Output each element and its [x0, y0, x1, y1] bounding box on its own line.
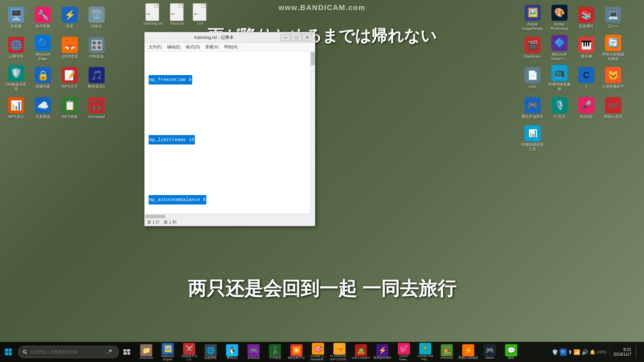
- menu-file[interactable]: 文件(F): [146, 44, 164, 51]
- desktop-icon-soft-manager[interactable]: 🔧 软件管家: [30, 3, 56, 33]
- line-1: mp_freezetime 0: [149, 75, 306, 84]
- desktop-icon-aiyue[interactable]: 🎹 爱乐钢: [573, 33, 600, 63]
- scrollbar-thumb[interactable]: [311, 52, 315, 65]
- mic-icon: 🎤: [106, 349, 112, 355]
- tray-dots[interactable]: ⬆: [568, 349, 572, 355]
- desktop-icon-thunder[interactable]: ⚡ 迅雷: [56, 3, 83, 33]
- h-scrollbar-thumb[interactable]: [145, 215, 165, 218]
- taskbar-app-pubg[interactable]: 🔫 PLAYERUN... BATTLEGR...: [329, 343, 350, 361]
- desktop-icon-bili-vote[interactable]: 📊 哔哩哔哩投票工具: [519, 123, 546, 154]
- desktop-icon-360[interactable]: 🛡️ 360极速浏览器: [3, 63, 30, 93]
- taskbar-app-game-talk[interactable]: 🎮 游戏说游: [244, 343, 264, 361]
- desktop-icon-tencent-game[interactable]: 🎮 腾讯手游助手: [519, 93, 546, 123]
- taskbar-apps: 📁 smoe plot 🖼️ Wallpaper Engine ⚔️ SB战场平…: [133, 343, 548, 361]
- taskbar-app-yuxue[interactable]: ♟️ 宇学棋游: [265, 343, 285, 361]
- desktop-icon-quan-min-k-label: 全民K歌: [580, 115, 593, 119]
- taskbar-app-loves-sweep[interactable]: 💕 Love's Swee...: [394, 343, 414, 361]
- desktop-icon-wps-writer-label: WPS文字: [62, 84, 77, 89]
- text-area[interactable]: mp_freezetime 0 mp_limitteams 10 mp_auto…: [145, 52, 310, 214]
- taskbar-app-wechat[interactable]: 💬 微信: [501, 343, 521, 361]
- taskbar-app-cs-go-label: Counter S... GlobalOff...: [308, 355, 328, 361]
- horizontal-scrollbar[interactable]: [145, 214, 315, 219]
- desktop-icon-ms-vc[interactable]: 🔷 Microsoft Visual C...: [546, 33, 573, 63]
- desktop-icon-bili-live[interactable]: 📺 哔哩哔哩直播姬: [546, 63, 573, 93]
- desktop-icon-adobe-ps[interactable]: 🎨 Adobe Photoshop: [546, 3, 573, 33]
- desktop-icon-kugou[interactable]: 🎵 酷狗音乐5: [83, 63, 110, 93]
- desktop-icon-ie[interactable]: 🌐 上网冲浪: [3, 33, 30, 63]
- taskbar-app-bdqp[interactable]: ▶️ B站起跑平台: [286, 343, 307, 361]
- taskbar-app-anmo[interactable]: ⚡ 暗黑破坏神III: [372, 343, 392, 361]
- notepad-content: mp_freezetime 0 mp_limitteams 10 mp_auto…: [145, 52, 315, 214]
- file-trainning[interactable]: txt trainning.txt: [144, 3, 163, 26]
- taskbar-app-steam[interactable]: 🎮 Steam: [480, 343, 500, 361]
- desktop-icon-yy-voice[interactable]: 🎙️ YY语音: [546, 93, 573, 123]
- desktop-icon-wps-writer[interactable]: 📝 WPS文字: [56, 63, 83, 93]
- desktop-icon-pc-manager[interactable]: 🔒 电脑管家: [30, 63, 56, 93]
- taskbar-app-yuxue-label: 宇学棋游: [269, 356, 281, 360]
- svg-text:txt: txt: [171, 12, 174, 15]
- desktop-icon-jiaocai-label: 迅游课件: [579, 24, 594, 28]
- desktop-icon-pc[interactable]: 🖥️ 此电脑: [3, 3, 30, 33]
- search-input[interactable]: [30, 350, 104, 354]
- desktop-icon-control[interactable]: 🎛️ 控制面板: [83, 33, 110, 63]
- date: 2018/11/7: [613, 352, 631, 357]
- desktop-icon-bandicam[interactable]: 🎬 Bandicam: [519, 33, 546, 63]
- desktop-icon-qq-browser[interactable]: 🦊 QQ浏览器: [56, 33, 83, 63]
- desktop-icon-wps-show[interactable]: 📊 WPS演示: [3, 93, 30, 123]
- taskview-button[interactable]: [120, 343, 133, 361]
- vertical-scrollbar[interactable]: [310, 52, 315, 214]
- desktop-icon-recycle[interactable]: 🗑️ 回收站: [83, 3, 110, 33]
- desktop-icon-liji[interactable]: 🔄 理骨全能视频转换器: [600, 33, 627, 63]
- desktop-icon-c-lang[interactable]: C C: [573, 63, 600, 93]
- tray-clock-icon: 🔔: [590, 349, 595, 355]
- menu-view[interactable]: 查看(V): [203, 44, 221, 51]
- desktop-icon-netease-music[interactable]: 🎶 网易云音乐: [600, 93, 627, 123]
- desktop-icon-edge[interactable]: 🔵 Microsoft Edge: [30, 33, 56, 63]
- start-button[interactable]: [0, 342, 17, 362]
- taskbar-app-qq[interactable]: 🐧 腾讯QQ: [222, 343, 242, 361]
- taskbar-app-wechat-label: 微信: [508, 356, 514, 360]
- taskbar-app-l4d2[interactable]: 🧟 Left 4 Dead 2: [351, 343, 371, 361]
- status-text: 第 1 行，第 1 列: [147, 220, 176, 225]
- desktop-icon-baidu-disk[interactable]: ☁️ 百度网盘: [30, 93, 56, 123]
- menu-format[interactable]: 格式(O): [183, 44, 202, 51]
- taskbar-app-human-fall[interactable]: 🏃 Human Fall Flat...: [415, 343, 435, 361]
- window-titlebar[interactable]: trainning.txt - 记事本 ─ □ ✕: [145, 32, 315, 43]
- tray-network-icon: 📶: [574, 349, 580, 355]
- show-desktop-button[interactable]: [633, 343, 640, 361]
- taskbar-app-war-network[interactable]: 🌐 战盟网络: [201, 343, 221, 361]
- menu-edit[interactable]: 编辑(E): [164, 44, 183, 51]
- close-button[interactable]: ✕: [302, 34, 312, 41]
- minimize-button[interactable]: ─: [281, 34, 291, 41]
- taskbar-app-wallpaper-engine[interactable]: 🖼️ Wallpaper Engine: [158, 343, 178, 361]
- maximize-button[interactable]: □: [291, 34, 302, 41]
- desktop-icon-liji-label: 理骨全能视频转换器: [601, 52, 625, 61]
- taskbar-search[interactable]: 🎤: [18, 346, 119, 358]
- taskbar-app-loves-sweep-label: Love's Swee...: [394, 355, 414, 361]
- taskbar-app-unturned[interactable]: 🏕️ Unturned: [437, 343, 457, 361]
- taskbar-app-cs-go[interactable]: 🎯 Counter S... GlobalOff...: [308, 343, 328, 361]
- desktop-icon-soundpad[interactable]: 🎧 Soundpad: [83, 93, 110, 123]
- subtitle-chinese: 两只还是会回到一起 一同去旅行: [188, 276, 456, 302]
- menu-help[interactable]: 帮助(H): [221, 44, 240, 51]
- desktop-icon-jiaocai[interactable]: 📚 迅游课件: [573, 3, 600, 33]
- desktop-icon-huomao[interactable]: 🐱 火猫直播助手: [600, 63, 627, 93]
- taskbar-app-sb-platform[interactable]: ⚔️ SB战场平台2.0: [179, 343, 199, 361]
- desktop-icon-adobe-ir[interactable]: 🖼️ Adobe ImageReady: [519, 3, 546, 33]
- line-3: mp_autoteambalance 0: [149, 195, 306, 204]
- file-bhop[interactable]: txt bhop.txt: [169, 3, 185, 26]
- taskbar-app-uu-speed[interactable]: ⚡ 网易UU加速器: [458, 343, 478, 361]
- taskbar-app-smoe-plot[interactable]: 📁 smoe plot: [136, 343, 156, 361]
- desktop-icon-wps-table[interactable]: 📋 WPS表格: [56, 93, 83, 123]
- desktop-icon-vctxt[interactable]: 📄 vctxt: [519, 63, 546, 93]
- tray-input-method[interactable]: 中: [560, 349, 567, 356]
- taskbar-app-human-fall-label: Human Fall Flat...: [416, 355, 435, 361]
- svg-rect-17: [5, 352, 8, 355]
- taskbar-app-steam-label: Steam: [485, 356, 494, 360]
- svg-line-20: [25, 353, 27, 354]
- desktop-icon-zc[interactable]: 💻 正c++: [600, 3, 627, 33]
- desktop-icon-quan-min-k[interactable]: 🎤 全民K歌: [573, 93, 600, 123]
- taskbar-app-sb-platform-label: SB战场平台2.0: [179, 355, 199, 361]
- desktop-icon-ms-vc-label: Microsoft Visual C...: [548, 52, 571, 61]
- file-t[interactable]: txt t.txt: [192, 3, 208, 26]
